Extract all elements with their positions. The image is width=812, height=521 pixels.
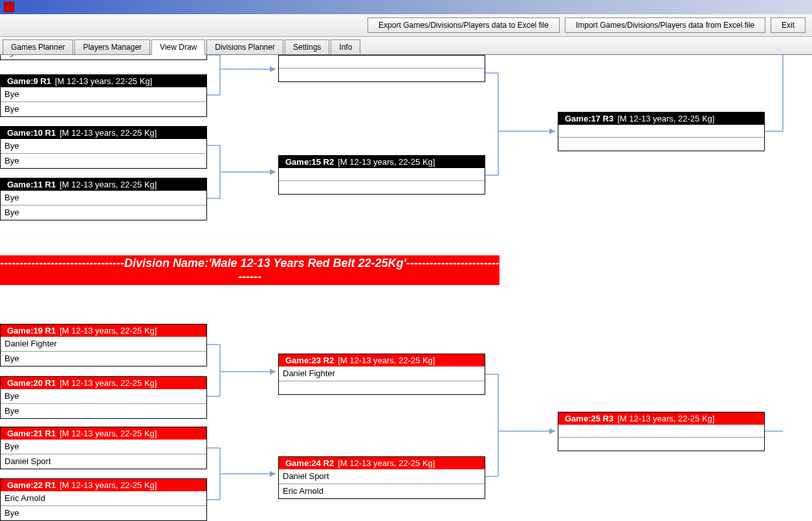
game-division-details: [M 12-13 years, 22-25 Kg] <box>338 157 435 167</box>
division-banner: --------------------------------Division… <box>0 255 499 285</box>
exit-button[interactable]: Exit <box>771 17 806 33</box>
tab-view-draw[interactable]: View Draw <box>151 39 205 55</box>
tab-players-manager[interactable]: Players Manager <box>74 39 150 54</box>
player-slot <box>558 425 764 438</box>
game-box-g23[interactable]: Game:23 R2[M 12-13 years, 22-25 Kg]Danie… <box>278 354 485 395</box>
player-slot: Bye <box>1 87 206 102</box>
tab-divisions-planner[interactable]: Divisions Planner <box>206 39 283 54</box>
game-division-details: [M 12-13 years, 22-25 Kg] <box>338 458 435 468</box>
game-box-g11[interactable]: Game:11 R1[M 12-13 years, 22-25 Kg]ByeBy… <box>0 178 207 220</box>
player-slot: Bye <box>1 191 206 206</box>
game-box-g10[interactable]: Game:10 R1[M 12-13 years, 22-25 Kg]ByeBy… <box>0 126 207 169</box>
player-slot: Bye <box>1 440 206 454</box>
game-division-details: [M 12-13 years, 22-25 Kg] <box>338 356 435 365</box>
tab-games-planner[interactable]: Games Planner <box>3 39 73 54</box>
bracket-canvas[interactable]: Bye --------------------------------Divi… <box>0 55 812 521</box>
game-division-details: [M 12-13 years, 22-25 Kg] <box>60 378 157 388</box>
game-box-g15[interactable]: Game:15 R2[M 12-13 years, 22-25 Kg] <box>278 155 485 195</box>
player-slot: Daniel Fighter <box>279 367 485 381</box>
game-division-details: [M 12-13 years, 22-25 Kg] <box>60 128 157 138</box>
game-header: Game:20 R1[M 12-13 years, 22-25 Kg] <box>1 377 206 389</box>
game-box-g14[interactable]: Game:14 R2[M 12-13 years, 22-25 Kg] <box>278 55 485 82</box>
player-slot <box>279 56 485 69</box>
player-slot: Bye <box>1 102 206 116</box>
import-button[interactable]: Import Games/Divisions/Players data from… <box>565 17 765 33</box>
game-box-g24[interactable]: Game:24 R2[M 12-13 years, 22-25 Kg]Danie… <box>278 456 485 499</box>
game-number: Game:19 R1 <box>7 326 56 335</box>
player-slot <box>279 168 485 181</box>
game-number: Game:22 R1 <box>7 480 56 490</box>
game-box-g19[interactable]: Game:19 R1[M 12-13 years, 22-25 Kg]Danie… <box>0 324 207 367</box>
app-icon <box>4 2 14 12</box>
window-titlebar <box>0 0 812 14</box>
tab-bar: Games Planner Players Manager View Draw … <box>0 37 812 55</box>
game-header: Game:21 R1[M 12-13 years, 22-25 Kg] <box>1 427 206 440</box>
game-header: Game:11 R1[M 12-13 years, 22-25 Kg] <box>1 178 206 191</box>
game-header: Game:17 R3[M 12-13 years, 22-25 Kg] <box>558 112 764 125</box>
game-header: Game:10 R1[M 12-13 years, 22-25 Kg] <box>1 127 206 139</box>
game-header: Game:15 R2[M 12-13 years, 22-25 Kg] <box>279 156 485 168</box>
game-box-g22[interactable]: Game:22 R1[M 12-13 years, 22-25 Kg]Eric … <box>0 478 207 521</box>
game-division-details: [M 12-13 years, 22-25 Kg] <box>55 76 152 86</box>
player-slot: Bye <box>1 389 206 404</box>
game-division-details: [M 12-13 years, 22-25 Kg] <box>617 114 714 123</box>
game-number: Game:10 R1 <box>7 128 56 138</box>
game-number: Game:17 R3 <box>565 114 613 123</box>
game-division-details: [M 12-13 years, 22-25 Kg] <box>617 414 714 423</box>
player-slot: Daniel Sport <box>279 469 485 484</box>
game-box-g20[interactable]: Game:20 R1[M 12-13 years, 22-25 Kg]ByeBy… <box>0 376 207 419</box>
game-box-g25[interactable]: Game:25 R3[M 12-13 years, 22-25 Kg] <box>558 412 765 451</box>
player-slot: Bye <box>1 206 206 220</box>
game-box-g17[interactable]: Game:17 R3[M 12-13 years, 22-25 Kg] <box>558 112 765 151</box>
game-box-g21[interactable]: Game:21 R1[M 12-13 years, 22-25 Kg]ByeDa… <box>0 427 207 469</box>
player-slot <box>279 181 485 194</box>
game-header: Game:25 R3[M 12-13 years, 22-25 Kg] <box>558 412 764 425</box>
player-slot: Bye <box>1 506 206 520</box>
game-header: Game:19 R1[M 12-13 years, 22-25 Kg] <box>1 324 206 337</box>
player-slot <box>279 69 485 81</box>
game-number: Game:25 R3 <box>565 414 613 423</box>
player-slot: Bye <box>1 352 206 366</box>
player-slot <box>558 438 764 451</box>
game-box-partial[interactable]: Bye <box>0 55 207 60</box>
game-division-details: [M 12-13 years, 22-25 Kg] <box>60 480 157 490</box>
tab-info[interactable]: Info <box>331 39 360 54</box>
game-number: Game:23 R2 <box>285 356 334 365</box>
player-slot: Eric Arnold <box>1 491 206 506</box>
player-slot: Bye <box>1 139 206 154</box>
export-button[interactable]: Export Games/Divisions/Players data to E… <box>368 17 560 33</box>
game-header: Game:22 R1[M 12-13 years, 22-25 Kg] <box>1 479 206 491</box>
game-number: Game:11 R1 <box>7 180 56 189</box>
player-slot <box>558 125 764 138</box>
game-division-details: [M 12-13 years, 22-25 Kg] <box>60 326 157 335</box>
game-number: Game:21 R1 <box>7 429 56 438</box>
player-slot: Bye <box>1 404 206 418</box>
game-number: Game:9 R1 <box>7 76 51 86</box>
game-box-g9[interactable]: Game:9 R1[M 12-13 years, 22-25 Kg]ByeBye <box>0 74 207 117</box>
game-number: Game:15 R2 <box>285 157 334 167</box>
game-number: Game:20 R1 <box>7 378 56 388</box>
main-toolbar: Export Games/Divisions/Players data to E… <box>0 14 812 37</box>
game-number: Game:24 R2 <box>285 458 334 468</box>
player-slot: Bye <box>1 55 206 59</box>
game-header: Game:24 R2[M 12-13 years, 22-25 Kg] <box>279 457 485 469</box>
game-header: Game:23 R2[M 12-13 years, 22-25 Kg] <box>279 354 485 367</box>
game-header: Game:9 R1[M 12-13 years, 22-25 Kg] <box>1 75 206 87</box>
player-slot: Daniel Fighter <box>1 337 206 352</box>
player-slot <box>558 138 764 151</box>
player-slot: Bye <box>1 154 206 168</box>
game-division-details: [M 12-13 years, 22-25 Kg] <box>60 429 157 438</box>
player-slot: Eric Arnold <box>279 484 485 498</box>
game-division-details: [M 12-13 years, 22-25 Kg] <box>60 180 157 189</box>
tab-settings[interactable]: Settings <box>285 39 329 54</box>
player-slot <box>279 381 485 394</box>
player-slot: Daniel Sport <box>1 454 206 469</box>
